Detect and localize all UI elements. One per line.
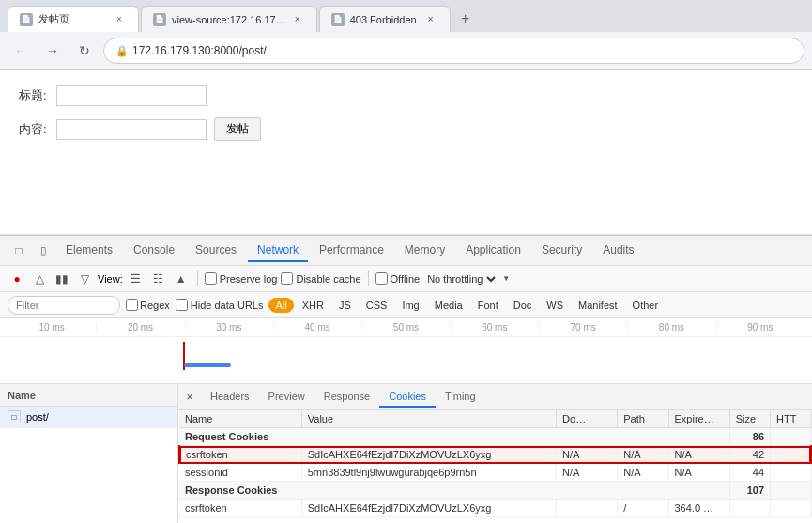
devtools-device-icon[interactable]: ▯	[32, 239, 54, 262]
cookie-row-csrftoken-req[interactable]: csrftoken SdIcAHXE64fEzjdl7DiXzMOVUzLX6y…	[179, 446, 811, 464]
view-list-icon[interactable]: ☰	[127, 269, 146, 288]
tab-close-post[interactable]: ×	[112, 12, 127, 27]
filter-button[interactable]: ▽	[75, 269, 94, 288]
content-input[interactable]	[56, 119, 207, 140]
network-body: Name □ post/ × Headers Preview Response	[0, 384, 812, 523]
chip-css[interactable]: CSS	[360, 298, 394, 313]
hide-data-urls-label[interactable]: Hide data URLs	[176, 299, 264, 311]
throttle-select[interactable]: No throttling	[423, 272, 498, 285]
hide-data-urls-checkbox[interactable]	[176, 299, 188, 311]
detail-tab-timing[interactable]: Timing	[436, 387, 485, 408]
tab-sources[interactable]: Sources	[186, 239, 246, 262]
title-label: 标题:	[19, 87, 56, 104]
detail-tab-cookies[interactable]: Cookies	[379, 387, 436, 408]
network-toolbar: ● △ ▮▮ ▽ View: ☰ ☷ ▲ Preserve log Disabl…	[0, 266, 812, 292]
tab-memory[interactable]: Memory	[395, 239, 454, 262]
record-button[interactable]: ●	[8, 269, 26, 288]
chip-all[interactable]: All	[268, 298, 293, 313]
tab-favicon-source: 📄	[153, 13, 166, 26]
tab-security[interactable]: Security	[532, 239, 591, 262]
tick-40ms: 40 ms	[273, 322, 361, 332]
tab-elements[interactable]: Elements	[56, 239, 122, 262]
chip-other[interactable]: Other	[626, 298, 666, 313]
timeline-ruler: 10 ms 20 ms 30 ms 40 ms 50 ms 60 ms 70 m…	[0, 318, 812, 337]
offline-checkbox[interactable]	[375, 272, 388, 285]
tab-console[interactable]: Console	[124, 239, 184, 262]
cookie-domain-csrftoken-res	[557, 500, 618, 517]
detail-tab-response[interactable]: Response	[314, 387, 380, 408]
back-button[interactable]: ←	[8, 38, 34, 64]
throttle-dropdown-arrow: ▼	[502, 274, 510, 283]
chip-font[interactable]: Font	[471, 298, 505, 313]
tab-audits[interactable]: Audits	[593, 239, 643, 262]
cookie-http-csrftoken-req	[771, 446, 811, 464]
title-form-row: 标题:	[19, 85, 793, 106]
col-header-name: Name	[179, 410, 301, 428]
chip-img[interactable]: Img	[395, 298, 425, 313]
col-header-expires: Expire…	[668, 410, 729, 428]
view-screenshot-icon[interactable]: ▲	[172, 269, 191, 288]
timeline-request-bar	[184, 363, 231, 367]
tab-title-post: 发帖页	[38, 12, 108, 26]
address-bar[interactable]: 🔒 172.16.179.130:8000/post/	[103, 38, 804, 64]
preserve-log-label[interactable]: Preserve log	[205, 272, 278, 285]
tab-source[interactable]: 📄 view-source:172.16.17… ×	[141, 6, 317, 32]
chip-xhr[interactable]: XHR	[296, 298, 330, 313]
cookie-http-sessionid-req	[771, 464, 811, 482]
view-grid-icon[interactable]: ☷	[149, 269, 168, 288]
detail-tab-preview[interactable]: Preview	[259, 387, 314, 408]
tab-close-403[interactable]: ×	[423, 12, 438, 27]
refresh-button[interactable]: ↻	[71, 38, 98, 64]
new-tab-button[interactable]: +	[452, 6, 479, 32]
chip-doc[interactable]: Doc	[507, 298, 539, 313]
forward-button[interactable]: →	[39, 38, 66, 64]
chip-ws[interactable]: WS	[540, 298, 570, 313]
tick-60ms: 60 ms	[451, 322, 539, 332]
request-cookies-section: Request Cookies 86	[179, 428, 811, 446]
camera-button[interactable]: ▮▮	[53, 269, 71, 288]
cookie-name-sessionid-req: sessionid	[179, 464, 301, 482]
devtools-panel: □ ▯ Elements Console Sources Network Per…	[0, 235, 812, 523]
cookie-value-sessionid-req: 5mn3839tl9nj9lwuwgurabjqe6p9rn5n	[301, 464, 556, 482]
devtools-inspect-icon[interactable]: □	[8, 239, 30, 262]
detail-tab-headers[interactable]: Headers	[201, 387, 259, 408]
cookie-path-csrftoken-req: N/A	[618, 446, 668, 464]
tick-20ms: 20 ms	[96, 322, 184, 332]
cookie-row-csrftoken-res[interactable]: csrftoken SdIcAHXE64fEzjdl7DiXzMOVUzLX6y…	[179, 500, 811, 517]
tab-application[interactable]: Application	[456, 239, 530, 262]
disable-cache-checkbox[interactable]	[281, 272, 293, 285]
tab-performance[interactable]: Performance	[310, 239, 393, 262]
chip-js[interactable]: JS	[332, 298, 358, 313]
chip-manifest[interactable]: Manifest	[572, 298, 624, 313]
view-label: View:	[98, 273, 123, 285]
disable-cache-label[interactable]: Disable cache	[281, 272, 360, 285]
tab-close-source[interactable]: ×	[290, 12, 305, 27]
tick-90ms: 90 ms	[716, 322, 804, 332]
tick-10ms: 10 ms	[8, 322, 96, 332]
tab-favicon-post: 📄	[20, 13, 33, 26]
tick-70ms: 70 ms	[539, 322, 627, 332]
clear-button[interactable]: △	[30, 269, 49, 288]
tick-50ms: 50 ms	[361, 322, 450, 332]
detail-close-button[interactable]: ×	[178, 386, 201, 408]
cookie-value-csrftoken-req: SdIcAHXE64fEzjdl7DiXzMOVUzLX6yxg	[301, 446, 556, 464]
chip-media[interactable]: Media	[428, 298, 469, 313]
offline-label[interactable]: Offline	[375, 272, 421, 285]
cookie-row-sessionid-req[interactable]: sessionid 5mn3839tl9nj9lwuwgurabjqe6p9rn…	[179, 464, 811, 482]
tab-bar: 📄 发帖页 × 📄 view-source:172.16.17… × 📄 403…	[0, 0, 812, 32]
submit-button[interactable]: 发帖	[214, 117, 261, 141]
regex-label[interactable]: Regex	[126, 299, 170, 311]
filter-input[interactable]	[8, 296, 120, 315]
lock-icon: 🔒	[115, 45, 129, 57]
tab-network[interactable]: Network	[248, 239, 308, 262]
preserve-log-checkbox[interactable]	[205, 272, 217, 285]
cookie-name-csrftoken-res: csrftoken	[179, 500, 301, 517]
tab-post[interactable]: 📄 发帖页 ×	[8, 6, 139, 32]
tab-403[interactable]: 📄 403 Forbidden ×	[319, 6, 451, 32]
request-item-post[interactable]: □ post/	[0, 407, 177, 428]
response-cookies-label: Response Cookies	[179, 482, 729, 500]
regex-checkbox[interactable]	[126, 299, 138, 311]
title-input[interactable]	[56, 85, 207, 106]
col-header-value: Value	[301, 410, 556, 428]
cookie-expires-csrftoken-res: 364.0 …	[668, 500, 729, 517]
